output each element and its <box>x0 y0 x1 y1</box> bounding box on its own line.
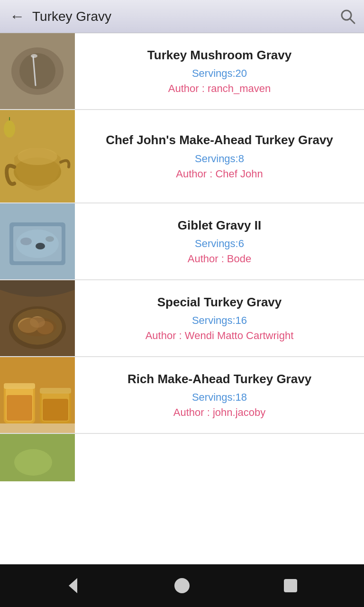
recipe-item[interactable]: Rich Make-Ahead Turkey Gravy Servings:18… <box>0 357 364 434</box>
search-input[interactable] <box>32 9 334 24</box>
recipe-title: Chef John's Make-Ahead Turkey Gravy <box>106 132 333 148</box>
bottom-nav <box>0 564 364 607</box>
recipe-author: Author : john.jacoby <box>173 406 265 419</box>
recipe-servings: Servings:16 <box>192 314 247 327</box>
recipe-info: Special Turkey Gravy Servings:16 Author … <box>75 280 364 356</box>
recipe-author: Author : Bode <box>188 253 252 265</box>
recipe-title: Rich Make-Ahead Turkey Gravy <box>127 371 311 387</box>
recipe-item[interactable]: Turkey Mushroom Gravy Servings:20 Author… <box>0 33 364 110</box>
recipe-info: Turkey Mushroom Gravy Servings:20 Author… <box>75 33 364 109</box>
recipe-thumbnail <box>0 203 75 279</box>
svg-rect-41 <box>284 579 297 592</box>
svg-point-37 <box>14 449 52 476</box>
nav-recent-button[interactable] <box>280 575 301 596</box>
recipe-info: Rich Make-Ahead Turkey Gravy Servings:18… <box>75 357 364 433</box>
recipe-info: Chef John's Make-Ahead Turkey Gravy Serv… <box>75 110 364 202</box>
recipe-info <box>75 434 364 481</box>
svg-point-10 <box>4 120 15 138</box>
recipe-list: Turkey Mushroom Gravy Servings:20 Author… <box>0 33 364 564</box>
svg-marker-39 <box>69 578 77 593</box>
recipe-thumbnail <box>0 110 75 202</box>
recipe-servings: Servings:18 <box>192 391 247 404</box>
search-button[interactable] <box>339 8 356 25</box>
recipe-thumbnail <box>0 434 75 481</box>
svg-rect-35 <box>0 423 75 433</box>
svg-line-1 <box>350 18 355 23</box>
recipe-servings: Servings:8 <box>195 153 244 165</box>
recipe-servings: Servings:6 <box>195 238 244 250</box>
back-button[interactable]: ← <box>8 6 27 27</box>
recipe-author: Author : Wendi Matto Cartwright <box>146 330 294 342</box>
svg-rect-34 <box>40 388 71 394</box>
recipe-author: Author : Chef John <box>176 168 263 180</box>
search-icon <box>339 8 356 25</box>
recipe-item[interactable]: Chef John's Make-Ahead Turkey Gravy Serv… <box>0 110 364 203</box>
svg-point-25 <box>18 317 56 336</box>
svg-point-40 <box>174 578 190 593</box>
nav-home-button[interactable] <box>172 575 192 596</box>
svg-point-18 <box>46 236 54 242</box>
recipe-info: Giblet Gravy II Servings:6 Author : Bode <box>75 203 364 279</box>
svg-rect-31 <box>7 395 32 421</box>
svg-point-9 <box>18 148 57 165</box>
recipe-item[interactable] <box>0 434 364 481</box>
svg-point-17 <box>36 243 45 249</box>
nav-back-button[interactable] <box>63 575 84 596</box>
recipe-title: Special Turkey Gravy <box>157 294 282 310</box>
recipe-author: Author : ranch_maven <box>168 83 271 95</box>
nav-back-icon <box>63 575 84 596</box>
svg-point-4 <box>19 53 55 89</box>
search-bar: ← <box>0 0 364 33</box>
recipe-item[interactable]: Special Turkey Gravy Servings:16 Author … <box>0 280 364 357</box>
svg-point-6 <box>31 54 37 58</box>
svg-rect-33 <box>4 383 35 389</box>
recipe-title: Giblet Gravy II <box>178 218 261 233</box>
recipe-item[interactable]: Giblet Gravy II Servings:6 Author : Bode <box>0 203 364 280</box>
recipe-servings: Servings:20 <box>192 67 247 80</box>
nav-home-icon <box>172 575 192 596</box>
recipe-thumbnail <box>0 33 75 109</box>
svg-point-16 <box>20 238 32 245</box>
recipe-thumbnail <box>0 280 75 356</box>
back-icon: ← <box>9 8 25 25</box>
recipe-thumbnail <box>0 357 75 433</box>
svg-rect-32 <box>43 399 68 421</box>
recipe-title: Turkey Mushroom Gravy <box>147 47 291 63</box>
nav-recent-icon <box>280 575 301 596</box>
